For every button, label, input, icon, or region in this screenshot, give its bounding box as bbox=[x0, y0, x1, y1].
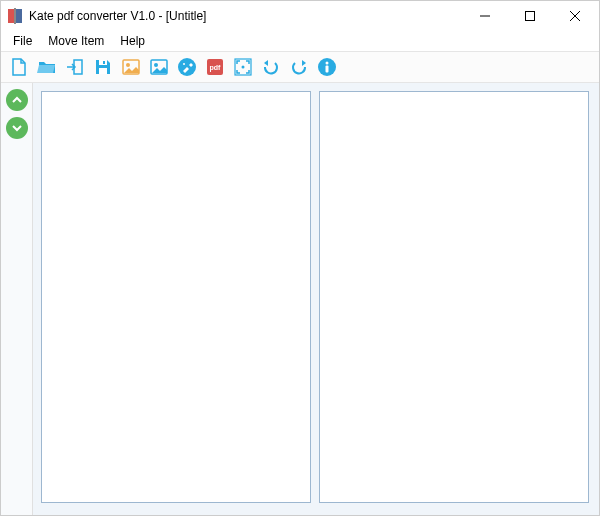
open-folder-button[interactable] bbox=[35, 55, 59, 79]
svg-point-14 bbox=[154, 63, 158, 67]
settings-button[interactable] bbox=[175, 55, 199, 79]
info-button[interactable] bbox=[315, 55, 339, 79]
titlebar: Kate pdf converter V1.0 - [Untitle] bbox=[1, 1, 599, 31]
toolbar: pdf bbox=[1, 51, 599, 83]
svg-rect-10 bbox=[103, 61, 105, 64]
svg-point-20 bbox=[242, 66, 245, 69]
image-alt-button[interactable] bbox=[147, 55, 171, 79]
export-pdf-button[interactable]: pdf bbox=[203, 55, 227, 79]
window-controls bbox=[462, 2, 597, 30]
content-area bbox=[1, 83, 599, 515]
import-button[interactable] bbox=[63, 55, 87, 79]
svg-rect-2 bbox=[14, 8, 16, 24]
maximize-button[interactable] bbox=[507, 2, 552, 30]
svg-rect-1 bbox=[16, 9, 22, 23]
menubar: File Move Item Help bbox=[1, 31, 599, 51]
left-panel[interactable] bbox=[41, 91, 311, 503]
svg-text:pdf: pdf bbox=[210, 64, 222, 72]
redo-button[interactable] bbox=[287, 55, 311, 79]
svg-rect-23 bbox=[326, 66, 329, 73]
svg-point-12 bbox=[126, 63, 130, 67]
move-up-button[interactable] bbox=[6, 89, 28, 111]
right-panel[interactable] bbox=[319, 91, 589, 503]
svg-rect-4 bbox=[525, 12, 534, 21]
move-down-button[interactable] bbox=[6, 117, 28, 139]
svg-point-16 bbox=[183, 63, 185, 65]
panels bbox=[33, 83, 599, 515]
fit-screen-button[interactable] bbox=[231, 55, 255, 79]
app-icon bbox=[7, 8, 23, 24]
svg-point-22 bbox=[326, 62, 329, 65]
new-file-button[interactable] bbox=[7, 55, 31, 79]
svg-rect-0 bbox=[8, 9, 14, 23]
image-button[interactable] bbox=[119, 55, 143, 79]
side-controls bbox=[1, 83, 33, 515]
menu-file[interactable]: File bbox=[5, 32, 40, 50]
undo-button[interactable] bbox=[259, 55, 283, 79]
menu-help[interactable]: Help bbox=[112, 32, 153, 50]
save-button[interactable] bbox=[91, 55, 115, 79]
menu-move-item[interactable]: Move Item bbox=[40, 32, 112, 50]
window-title: Kate pdf converter V1.0 - [Untitle] bbox=[29, 9, 462, 23]
minimize-button[interactable] bbox=[462, 2, 507, 30]
svg-rect-9 bbox=[99, 68, 107, 74]
close-button[interactable] bbox=[552, 2, 597, 30]
